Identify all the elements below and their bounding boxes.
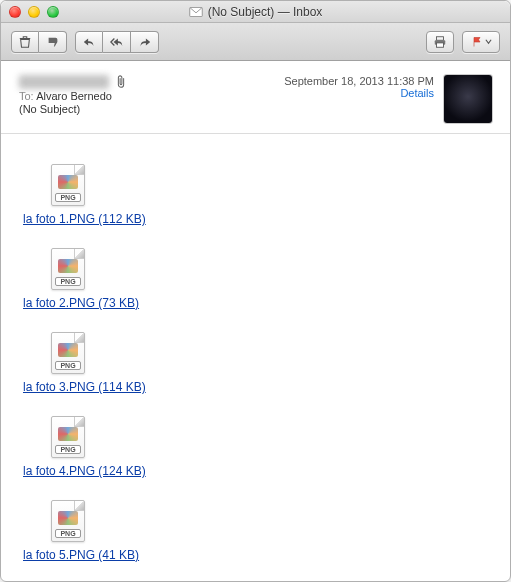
- paperclip-icon: [115, 75, 127, 89]
- trash-icon: [18, 35, 32, 49]
- print-button[interactable]: [426, 31, 454, 53]
- to-label: To:: [19, 90, 34, 102]
- to-name: Alvaro Bernedo: [36, 90, 112, 102]
- minimize-icon[interactable]: [28, 6, 40, 18]
- attachment-icon[interactable]: PNG: [51, 416, 93, 458]
- svg-rect-1: [437, 36, 444, 40]
- to-row: To: Alvaro Bernedo: [19, 90, 274, 102]
- attachment-icon[interactable]: PNG: [51, 500, 93, 542]
- details-link[interactable]: Details: [284, 87, 434, 99]
- window-title: (No Subject) — Inbox: [1, 5, 510, 19]
- from-name-redacted: [19, 75, 109, 89]
- titlebar: (No Subject) — Inbox: [1, 1, 510, 23]
- delete-junk-group: [11, 31, 67, 53]
- reply-button[interactable]: [75, 31, 103, 53]
- attachment-link[interactable]: la foto 2.PNG (73 KB): [23, 296, 139, 310]
- window-title-text: (No Subject) — Inbox: [208, 5, 323, 19]
- attachment-badge: PNG: [55, 277, 81, 286]
- attachment-badge: PNG: [55, 529, 81, 538]
- nav-reply-group: [75, 31, 159, 53]
- close-icon[interactable]: [9, 6, 21, 18]
- maximize-icon[interactable]: [47, 6, 59, 18]
- svg-rect-3: [437, 42, 444, 46]
- message-header: To: Alvaro Bernedo (No Subject) Septembe…: [1, 61, 510, 134]
- traffic-lights: [1, 6, 67, 18]
- attachment-icon[interactable]: PNG: [51, 248, 93, 290]
- attachment-link[interactable]: la foto 4.PNG (124 KB): [23, 464, 146, 478]
- attachment-item: PNG la foto 2.PNG (73 KB): [23, 248, 488, 310]
- flag-button[interactable]: [462, 31, 500, 53]
- attachment-badge: PNG: [55, 445, 81, 454]
- delete-button[interactable]: [11, 31, 39, 53]
- attachment-item: PNG la foto 3.PNG (114 KB): [23, 332, 488, 394]
- thumbs-down-icon: [46, 35, 60, 49]
- flag-group: [462, 31, 500, 53]
- flag-icon: [471, 36, 483, 48]
- attachment-badge: PNG: [55, 193, 81, 202]
- reply-all-button[interactable]: [103, 31, 131, 53]
- forward-icon: [138, 35, 152, 49]
- attachment-item: PNG la foto 5.PNG (41 KB): [23, 500, 488, 562]
- message-body: PNG la foto 1.PNG (112 KB) PNG la foto 2…: [1, 134, 510, 576]
- reply-all-icon: [110, 35, 124, 49]
- date-text: September 18, 2013 11:38 PM: [284, 75, 434, 87]
- print-group: [426, 31, 454, 53]
- attachment-icon[interactable]: PNG: [51, 332, 93, 374]
- attachment-item: PNG la foto 1.PNG (112 KB): [23, 164, 488, 226]
- reply-icon: [82, 35, 96, 49]
- attachment-item: PNG la foto 4.PNG (124 KB): [23, 416, 488, 478]
- toolbar: [1, 23, 510, 61]
- envelope-icon: [189, 7, 203, 17]
- attachment-link[interactable]: la foto 3.PNG (114 KB): [23, 380, 146, 394]
- attachment-icon[interactable]: PNG: [51, 164, 93, 206]
- attachment-link[interactable]: la foto 5.PNG (41 KB): [23, 548, 139, 562]
- junk-button[interactable]: [39, 31, 67, 53]
- subject-row: (No Subject): [19, 103, 274, 115]
- avatar: [444, 75, 492, 123]
- svg-rect-0: [189, 7, 202, 16]
- chevron-down-icon: [485, 38, 492, 45]
- attachment-badge: PNG: [55, 361, 81, 370]
- attachment-link[interactable]: la foto 1.PNG (112 KB): [23, 212, 146, 226]
- forward-button[interactable]: [131, 31, 159, 53]
- from-row: [19, 75, 274, 89]
- printer-icon: [433, 35, 447, 49]
